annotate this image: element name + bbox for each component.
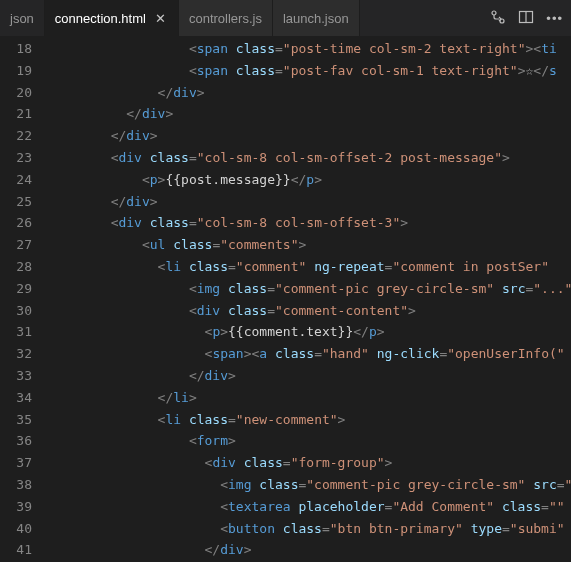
line-number: 27: [0, 234, 32, 256]
line-number: 41: [0, 539, 32, 561]
code-line: </div>: [48, 365, 571, 387]
code-line: </div>: [48, 539, 571, 561]
line-number: 18: [0, 38, 32, 60]
code-line: <form>: [48, 430, 571, 452]
code-line: </div>: [48, 125, 571, 147]
code-line: </li>: [48, 387, 571, 409]
line-number: 38: [0, 474, 32, 496]
line-number: 39: [0, 496, 32, 518]
line-number: 21: [0, 103, 32, 125]
code-line: </div>: [48, 82, 571, 104]
close-icon[interactable]: ✕: [154, 11, 168, 26]
code-line: <img class="comment-pic grey-circle-sm" …: [48, 278, 571, 300]
compare-changes-icon[interactable]: [490, 9, 506, 28]
tab-json[interactable]: json: [0, 0, 45, 36]
more-icon[interactable]: •••: [546, 11, 563, 26]
code-line: <div class="form-group">: [48, 452, 571, 474]
tab-label: connection.html: [55, 11, 146, 26]
line-number: 37: [0, 452, 32, 474]
line-number: 24: [0, 169, 32, 191]
code-line: <p>{{comment.text}}</p>: [48, 321, 571, 343]
code-area[interactable]: <span class="post-time col-sm-2 text-rig…: [48, 36, 571, 562]
code-line: <li class="new-comment">: [48, 409, 571, 431]
line-number: 23: [0, 147, 32, 169]
editor-tabs: json connection.html ✕ controllers.js la…: [0, 0, 571, 36]
line-number: 36: [0, 430, 32, 452]
tab-launch[interactable]: launch.json: [273, 0, 360, 36]
tab-actions: •••: [482, 0, 571, 36]
line-number: 26: [0, 212, 32, 234]
tab-connection[interactable]: connection.html ✕: [45, 0, 179, 36]
code-editor[interactable]: 18 19 20 21 22 23 24 25 26 27 28 29 30 3…: [0, 36, 571, 562]
line-gutter: 18 19 20 21 22 23 24 25 26 27 28 29 30 3…: [0, 36, 48, 562]
line-number: 33: [0, 365, 32, 387]
line-number: 31: [0, 321, 32, 343]
line-number: 20: [0, 82, 32, 104]
code-line: <div class="col-sm-8 col-sm-offset-3">: [48, 212, 571, 234]
code-line: <p>{{post.message}}</p>: [48, 169, 571, 191]
line-number: 32: [0, 343, 32, 365]
line-number: 28: [0, 256, 32, 278]
code-line: <div class="comment-content">: [48, 300, 571, 322]
code-line: <span class="post-fav col-sm-1 text-righ…: [48, 60, 571, 82]
tab-controllers[interactable]: controllers.js: [179, 0, 273, 36]
tab-label: json: [10, 11, 34, 26]
svg-point-0: [492, 11, 496, 15]
code-line: </div>: [48, 191, 571, 213]
code-line: <textarea placeholder="Add Comment" clas…: [48, 496, 571, 518]
split-editor-icon[interactable]: [518, 9, 534, 28]
code-line: </div>: [48, 103, 571, 125]
code-line: <img class="comment-pic grey-circle-sm" …: [48, 474, 571, 496]
code-line: <ul class="comments">: [48, 234, 571, 256]
code-line: <span class="post-time col-sm-2 text-rig…: [48, 38, 571, 60]
line-number: 25: [0, 191, 32, 213]
line-number: 29: [0, 278, 32, 300]
code-line: <div class="col-sm-8 col-sm-offset-2 pos…: [48, 147, 571, 169]
line-number: 40: [0, 518, 32, 540]
line-number: 35: [0, 409, 32, 431]
line-number: 19: [0, 60, 32, 82]
code-line: <li class="comment" ng-repeat="comment i…: [48, 256, 571, 278]
tab-label: controllers.js: [189, 11, 262, 26]
code-line: <button class="btn btn-primary" type="su…: [48, 518, 571, 540]
line-number: 30: [0, 300, 32, 322]
code-line: <span><a class="hand" ng-click="openUser…: [48, 343, 571, 365]
tab-label: launch.json: [283, 11, 349, 26]
line-number: 22: [0, 125, 32, 147]
line-number: 34: [0, 387, 32, 409]
